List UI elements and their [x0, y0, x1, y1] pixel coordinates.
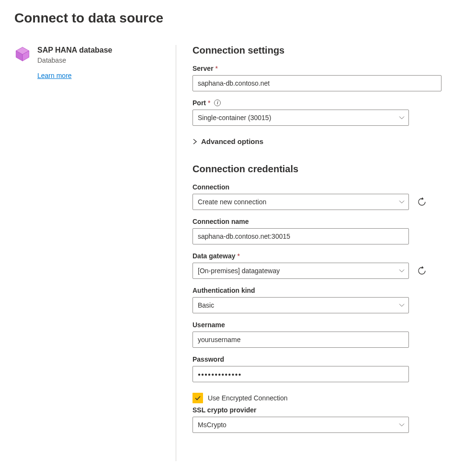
required-marker: * — [208, 99, 210, 107]
port-label: Port * i — [192, 99, 449, 107]
connection-name-label: Connection name — [192, 218, 449, 225]
username-label: Username — [192, 321, 449, 329]
password-input[interactable]: ●●●●●●●●●●●●● — [192, 366, 409, 382]
section-connection-credentials: Connection credentials — [192, 164, 449, 175]
data-gateway-label: Data gateway * — [192, 252, 449, 260]
required-marker: * — [215, 65, 218, 72]
section-connection-settings: Connection settings — [192, 45, 449, 56]
server-value: saphana-db.contoso.net — [198, 79, 270, 87]
connection-select[interactable]: Create new connection — [192, 194, 409, 210]
connection-value: Create new connection — [198, 198, 266, 206]
database-cube-icon — [14, 46, 31, 62]
username-input[interactable]: yourusername — [192, 332, 409, 348]
data-gateway-value: [On-premises] datagateway — [198, 267, 280, 275]
ssl-provider-value: MsCrypto — [198, 421, 226, 429]
ssl-provider-select[interactable]: MsCrypto — [192, 417, 409, 433]
advanced-options-label: Advanced options — [201, 137, 263, 145]
use-encrypted-checkbox[interactable] — [192, 393, 203, 403]
use-encrypted-label: Use Encrypted Connection — [208, 394, 288, 402]
required-marker: * — [237, 252, 239, 260]
data-gateway-select[interactable]: [On-premises] datagateway — [192, 263, 409, 279]
connection-name-value: saphana-db.contoso.net:30015 — [198, 232, 290, 240]
server-label: Server * — [192, 65, 449, 72]
chevron-right-icon — [192, 138, 197, 145]
auth-kind-label: Authentication kind — [192, 287, 449, 294]
datasource-sidebar: SAP HANA database Database Learn more — [14, 45, 176, 461]
learn-more-link[interactable]: Learn more — [37, 72, 113, 79]
auth-kind-value: Basic — [198, 301, 214, 309]
connection-name-input[interactable]: saphana-db.contoso.net:30015 — [192, 228, 409, 244]
server-label-text: Server — [192, 65, 214, 72]
refresh-gateway-button[interactable] — [415, 264, 429, 278]
chevron-down-icon — [399, 199, 405, 205]
password-label: Password — [192, 355, 449, 363]
auth-kind-select[interactable]: Basic — [192, 297, 409, 313]
server-input[interactable]: saphana-db.contoso.net — [192, 75, 441, 91]
port-label-text: Port — [192, 99, 206, 107]
password-value: ●●●●●●●●●●●●● — [198, 372, 242, 377]
data-gateway-label-text: Data gateway — [192, 252, 235, 260]
chevron-down-icon — [399, 115, 405, 121]
ssl-provider-label: SSL crypto provider — [192, 406, 449, 414]
page-title: Connect to data source — [14, 11, 450, 26]
datasource-subtitle: Database — [37, 55, 113, 65]
chevron-down-icon — [399, 302, 405, 308]
chevron-down-icon — [399, 268, 405, 274]
info-icon[interactable]: i — [214, 100, 221, 106]
username-value: yourusername — [198, 336, 241, 343]
chevron-down-icon — [399, 422, 405, 428]
connection-label: Connection — [192, 183, 449, 191]
port-select[interactable]: Single-container (30015) — [192, 110, 409, 126]
advanced-options-toggle[interactable]: Advanced options — [192, 137, 449, 145]
port-value: Single-container (30015) — [198, 114, 271, 122]
refresh-connection-button[interactable] — [415, 195, 429, 209]
datasource-title: SAP HANA database — [37, 45, 113, 55]
